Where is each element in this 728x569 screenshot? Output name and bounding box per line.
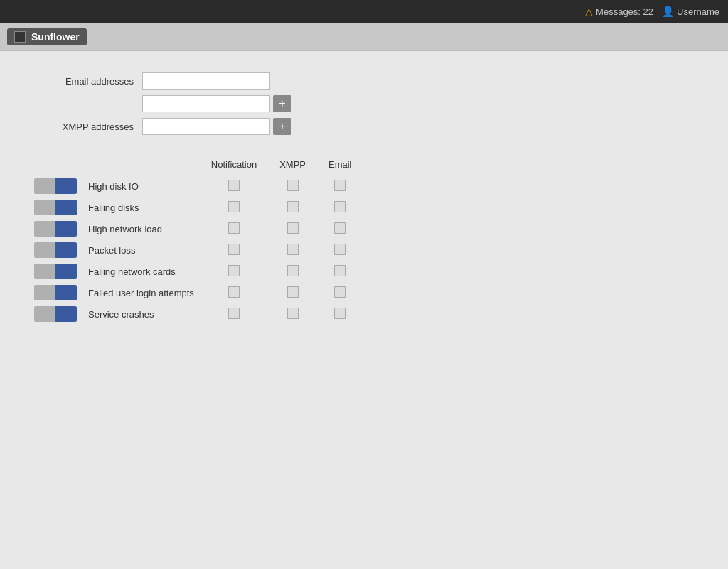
email-input-1[interactable]	[142, 72, 270, 90]
checkbox-email-high-network-load[interactable]	[334, 222, 346, 234]
toggle-off-failed-user-login	[34, 285, 55, 300]
toggle-off-high-disk-io	[34, 178, 55, 194]
add-xmpp-button[interactable]: +	[273, 118, 291, 135]
toggle-on-failing-network-cards	[55, 264, 77, 279]
checkbox-xmpp-packet-loss[interactable]	[287, 244, 299, 255]
col-toggle-header	[28, 156, 82, 175]
notif-check-failing-disks[interactable]	[200, 197, 268, 218]
notification-table: Notification XMPP Email High disk IO Fai…	[28, 156, 363, 325]
checkbox-notif-failing-network-cards[interactable]	[228, 265, 240, 276]
checkbox-xmpp-failed-user-login[interactable]	[287, 286, 299, 298]
xmpp-input[interactable]	[142, 118, 270, 135]
email-input-2[interactable]	[142, 95, 270, 112]
toggle-service-crashes[interactable]	[34, 306, 77, 322]
checkbox-notif-high-disk-io[interactable]	[228, 180, 240, 191]
checkbox-notif-packet-loss[interactable]	[228, 244, 240, 255]
notif-check-service-crashes[interactable]	[200, 303, 268, 325]
checkbox-xmpp-failing-disks[interactable]	[287, 201, 299, 212]
row-label-high-disk-io: High disk IO	[82, 175, 200, 197]
checkbox-email-service-crashes[interactable]	[334, 308, 346, 319]
row-label-service-crashes: Service crashes	[82, 303, 200, 325]
checkbox-xmpp-high-network-load[interactable]	[287, 222, 299, 234]
messages-indicator[interactable]: △ Messages: 22	[585, 6, 653, 17]
xmpp-row: XMPP addresses +	[28, 118, 700, 135]
notif-check-high-network-load[interactable]	[200, 218, 268, 239]
xmpp-check-high-network-load[interactable]	[268, 218, 317, 239]
email-check-failing-network-cards[interactable]	[317, 261, 363, 282]
checkbox-notif-failed-user-login[interactable]	[228, 286, 240, 298]
checkbox-email-failing-network-cards[interactable]	[334, 265, 346, 276]
table-row: Service crashes	[28, 303, 363, 325]
notif-check-packet-loss[interactable]	[200, 239, 268, 261]
col-label-header	[82, 156, 200, 175]
toggle-failed-user-login[interactable]	[34, 285, 77, 300]
email-add-row: +	[28, 95, 700, 112]
toggle-off-failing-network-cards	[34, 264, 55, 279]
checkbox-notif-high-network-load[interactable]	[228, 222, 240, 234]
col-notification-header: Notification	[200, 156, 268, 175]
email-label: Email addresses	[28, 76, 142, 87]
xmpp-check-packet-loss[interactable]	[268, 239, 317, 261]
email-check-service-crashes[interactable]	[317, 303, 363, 325]
table-header-row: Notification XMPP Email	[28, 156, 363, 175]
email-check-packet-loss[interactable]	[317, 239, 363, 261]
toggle-on-high-disk-io	[55, 178, 77, 194]
notif-check-failed-user-login[interactable]	[200, 282, 268, 303]
username-area[interactable]: 👤 Username	[662, 6, 719, 17]
toggle-off-high-network-load	[34, 221, 55, 237]
email-row: Email addresses	[28, 72, 700, 90]
main-content: Email addresses + XMPP addresses + Notif…	[0, 51, 728, 346]
email-check-high-disk-io[interactable]	[317, 175, 363, 197]
email-check-failing-disks[interactable]	[317, 197, 363, 218]
toggle-failing-network-cards[interactable]	[34, 264, 77, 279]
navbar: Sunflower	[0, 23, 728, 51]
checkbox-email-high-disk-io[interactable]	[334, 180, 346, 191]
notif-check-failing-network-cards[interactable]	[200, 261, 268, 282]
checkbox-email-packet-loss[interactable]	[334, 244, 346, 255]
xmpp-check-failing-disks[interactable]	[268, 197, 317, 218]
row-label-failed-user-login: Failed user login attempts	[82, 282, 200, 303]
add-email-button[interactable]: +	[273, 95, 291, 112]
checkbox-email-failed-user-login[interactable]	[334, 286, 346, 298]
row-label-failing-network-cards: Failing network cards	[82, 261, 200, 282]
toggle-on-high-network-load	[55, 221, 77, 237]
messages-count: Messages: 22	[596, 6, 653, 17]
xmpp-check-service-crashes[interactable]	[268, 303, 317, 325]
table-row: Failed user login attempts	[28, 282, 363, 303]
email-check-failed-user-login[interactable]	[317, 282, 363, 303]
xmpp-check-failed-user-login[interactable]	[268, 282, 317, 303]
notif-check-high-disk-io[interactable]	[200, 175, 268, 197]
toggle-high-disk-io[interactable]	[34, 178, 77, 194]
brand-icon	[14, 31, 26, 43]
row-label-high-network-load: High network load	[82, 218, 200, 239]
warning-icon: △	[585, 6, 593, 17]
xmpp-check-high-disk-io[interactable]	[268, 175, 317, 197]
xmpp-label: XMPP addresses	[28, 121, 142, 132]
username-label: Username	[677, 6, 719, 17]
checkbox-notif-failing-disks[interactable]	[228, 201, 240, 212]
brand-badge[interactable]: Sunflower	[7, 28, 87, 45]
toggle-on-failed-user-login	[55, 285, 77, 300]
toggle-off-failing-disks	[34, 200, 55, 215]
row-label-packet-loss: Packet loss	[82, 239, 200, 261]
toggle-off-service-crashes	[34, 306, 55, 322]
checkbox-notif-service-crashes[interactable]	[228, 308, 240, 319]
checkbox-email-failing-disks[interactable]	[334, 201, 346, 212]
checkbox-xmpp-service-crashes[interactable]	[287, 308, 299, 319]
toggle-off-packet-loss	[34, 242, 55, 258]
table-row: Failing network cards	[28, 261, 363, 282]
email-check-high-network-load[interactable]	[317, 218, 363, 239]
toggle-packet-loss[interactable]	[34, 242, 77, 258]
toggle-failing-disks[interactable]	[34, 200, 77, 215]
toggle-high-network-load[interactable]	[34, 221, 77, 237]
toggle-on-failing-disks	[55, 200, 77, 215]
table-row: High network load	[28, 218, 363, 239]
checkbox-xmpp-high-disk-io[interactable]	[287, 180, 299, 191]
row-label-failing-disks: Failing disks	[82, 197, 200, 218]
checkbox-xmpp-failing-network-cards[interactable]	[287, 265, 299, 276]
col-email-header: Email	[317, 156, 363, 175]
table-row: Failing disks	[28, 197, 363, 218]
table-row: High disk IO	[28, 175, 363, 197]
xmpp-check-failing-network-cards[interactable]	[268, 261, 317, 282]
brand-name: Sunflower	[31, 31, 80, 43]
